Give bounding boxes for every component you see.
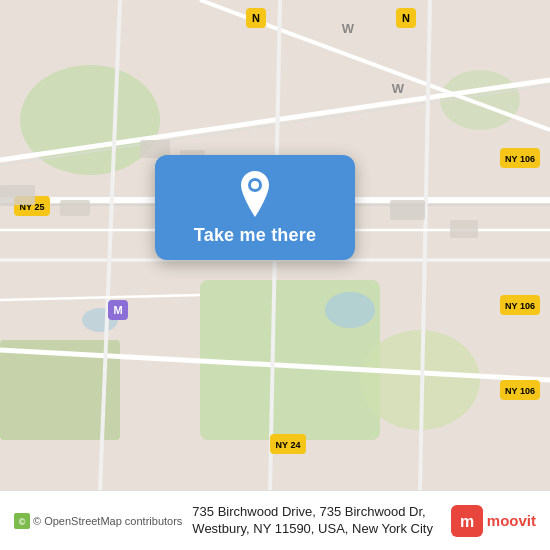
svg-text:NY 106: NY 106 — [505, 154, 535, 164]
map-container: NY 25 NY 106 NY 106 NY 106 NY 24 W W M N… — [0, 0, 550, 490]
svg-point-46 — [251, 181, 259, 189]
svg-text:m: m — [460, 513, 474, 530]
svg-point-1 — [20, 65, 160, 175]
address-text: 735 Birchwood Drive, 735 Birchwood Dr, W… — [192, 504, 440, 538]
osm-attribution: © © OpenStreetMap contributors — [14, 513, 182, 529]
svg-text:M: M — [113, 304, 122, 316]
svg-text:NY 24: NY 24 — [276, 440, 301, 450]
moovit-icon: m — [451, 505, 483, 537]
svg-text:NY 106: NY 106 — [505, 386, 535, 396]
moovit-logo: m moovit — [451, 505, 536, 537]
svg-text:N: N — [402, 12, 410, 24]
svg-rect-44 — [0, 185, 35, 205]
svg-text:NY 106: NY 106 — [505, 301, 535, 311]
svg-rect-41 — [390, 200, 425, 220]
svg-text:W: W — [342, 21, 355, 36]
attribution-text: © OpenStreetMap contributors — [33, 515, 182, 527]
take-me-there-label: Take me there — [194, 225, 316, 246]
svg-text:W: W — [392, 81, 405, 96]
location-pin-icon — [235, 171, 275, 217]
moovit-text: moovit — [487, 512, 536, 529]
take-me-there-button[interactable]: Take me there — [155, 155, 355, 260]
svg-point-5 — [440, 70, 520, 130]
svg-rect-42 — [450, 220, 478, 238]
osm-logo-icon: © — [14, 513, 30, 529]
svg-point-6 — [325, 292, 375, 328]
svg-rect-43 — [60, 200, 90, 216]
bottom-bar: © © OpenStreetMap contributors 735 Birch… — [0, 490, 550, 550]
svg-text:©: © — [19, 517, 26, 527]
svg-text:N: N — [252, 12, 260, 24]
